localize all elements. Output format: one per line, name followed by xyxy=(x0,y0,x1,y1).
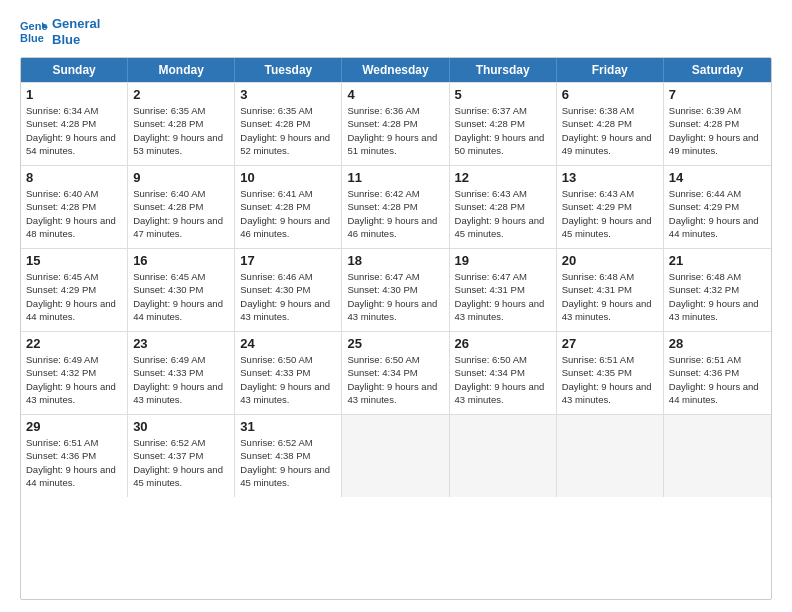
day-number: 10 xyxy=(240,170,336,185)
day-number: 16 xyxy=(133,253,229,268)
day-cell-20: 20 Sunrise: 6:48 AMSunset: 4:31 PMDaylig… xyxy=(557,249,664,331)
empty-cell xyxy=(450,415,557,497)
day-info: Sunrise: 6:44 AMSunset: 4:29 PMDaylight:… xyxy=(669,187,766,240)
day-info: Sunrise: 6:34 AMSunset: 4:28 PMDaylight:… xyxy=(26,104,122,157)
day-cell-25: 25 Sunrise: 6:50 AMSunset: 4:34 PMDaylig… xyxy=(342,332,449,414)
day-info: Sunrise: 6:39 AMSunset: 4:28 PMDaylight:… xyxy=(669,104,766,157)
day-cell-7: 7 Sunrise: 6:39 AMSunset: 4:28 PMDayligh… xyxy=(664,83,771,165)
day-number: 14 xyxy=(669,170,766,185)
day-number: 9 xyxy=(133,170,229,185)
svg-text:Blue: Blue xyxy=(20,32,44,44)
day-info: Sunrise: 6:35 AMSunset: 4:28 PMDaylight:… xyxy=(133,104,229,157)
day-info: Sunrise: 6:43 AMSunset: 4:29 PMDaylight:… xyxy=(562,187,658,240)
day-info: Sunrise: 6:52 AMSunset: 4:38 PMDaylight:… xyxy=(240,436,336,489)
day-info: Sunrise: 6:50 AMSunset: 4:34 PMDaylight:… xyxy=(347,353,443,406)
day-cell-4: 4 Sunrise: 6:36 AMSunset: 4:28 PMDayligh… xyxy=(342,83,449,165)
day-cell-21: 21 Sunrise: 6:48 AMSunset: 4:32 PMDaylig… xyxy=(664,249,771,331)
day-info: Sunrise: 6:49 AMSunset: 4:32 PMDaylight:… xyxy=(26,353,122,406)
day-cell-13: 13 Sunrise: 6:43 AMSunset: 4:29 PMDaylig… xyxy=(557,166,664,248)
weekday-header-thursday: Thursday xyxy=(450,58,557,82)
calendar-week-3: 15 Sunrise: 6:45 AMSunset: 4:29 PMDaylig… xyxy=(21,248,771,331)
day-info: Sunrise: 6:37 AMSunset: 4:28 PMDaylight:… xyxy=(455,104,551,157)
day-cell-24: 24 Sunrise: 6:50 AMSunset: 4:33 PMDaylig… xyxy=(235,332,342,414)
weekday-header-monday: Monday xyxy=(128,58,235,82)
day-info: Sunrise: 6:47 AMSunset: 4:30 PMDaylight:… xyxy=(347,270,443,323)
day-number: 22 xyxy=(26,336,122,351)
day-number: 24 xyxy=(240,336,336,351)
day-number: 13 xyxy=(562,170,658,185)
day-cell-26: 26 Sunrise: 6:50 AMSunset: 4:34 PMDaylig… xyxy=(450,332,557,414)
day-info: Sunrise: 6:51 AMSunset: 4:35 PMDaylight:… xyxy=(562,353,658,406)
day-number: 12 xyxy=(455,170,551,185)
day-info: Sunrise: 6:40 AMSunset: 4:28 PMDaylight:… xyxy=(26,187,122,240)
day-number: 8 xyxy=(26,170,122,185)
day-cell-12: 12 Sunrise: 6:43 AMSunset: 4:28 PMDaylig… xyxy=(450,166,557,248)
day-number: 6 xyxy=(562,87,658,102)
day-number: 4 xyxy=(347,87,443,102)
day-cell-22: 22 Sunrise: 6:49 AMSunset: 4:32 PMDaylig… xyxy=(21,332,128,414)
day-info: Sunrise: 6:41 AMSunset: 4:28 PMDaylight:… xyxy=(240,187,336,240)
logo: General Blue General Blue xyxy=(20,16,100,47)
day-number: 18 xyxy=(347,253,443,268)
day-info: Sunrise: 6:46 AMSunset: 4:30 PMDaylight:… xyxy=(240,270,336,323)
day-cell-30: 30 Sunrise: 6:52 AMSunset: 4:37 PMDaylig… xyxy=(128,415,235,497)
day-info: Sunrise: 6:35 AMSunset: 4:28 PMDaylight:… xyxy=(240,104,336,157)
day-info: Sunrise: 6:48 AMSunset: 4:32 PMDaylight:… xyxy=(669,270,766,323)
empty-cell xyxy=(342,415,449,497)
empty-cell xyxy=(557,415,664,497)
day-number: 23 xyxy=(133,336,229,351)
day-info: Sunrise: 6:50 AMSunset: 4:34 PMDaylight:… xyxy=(455,353,551,406)
calendar-week-1: 1 Sunrise: 6:34 AMSunset: 4:28 PMDayligh… xyxy=(21,82,771,165)
day-number: 11 xyxy=(347,170,443,185)
weekday-header-sunday: Sunday xyxy=(21,58,128,82)
day-number: 28 xyxy=(669,336,766,351)
day-info: Sunrise: 6:43 AMSunset: 4:28 PMDaylight:… xyxy=(455,187,551,240)
calendar-body: 1 Sunrise: 6:34 AMSunset: 4:28 PMDayligh… xyxy=(21,82,771,497)
day-cell-5: 5 Sunrise: 6:37 AMSunset: 4:28 PMDayligh… xyxy=(450,83,557,165)
day-cell-31: 31 Sunrise: 6:52 AMSunset: 4:38 PMDaylig… xyxy=(235,415,342,497)
day-cell-29: 29 Sunrise: 6:51 AMSunset: 4:36 PMDaylig… xyxy=(21,415,128,497)
day-number: 5 xyxy=(455,87,551,102)
day-number: 30 xyxy=(133,419,229,434)
day-info: Sunrise: 6:47 AMSunset: 4:31 PMDaylight:… xyxy=(455,270,551,323)
day-cell-19: 19 Sunrise: 6:47 AMSunset: 4:31 PMDaylig… xyxy=(450,249,557,331)
day-info: Sunrise: 6:48 AMSunset: 4:31 PMDaylight:… xyxy=(562,270,658,323)
day-cell-15: 15 Sunrise: 6:45 AMSunset: 4:29 PMDaylig… xyxy=(21,249,128,331)
day-number: 3 xyxy=(240,87,336,102)
day-number: 20 xyxy=(562,253,658,268)
day-info: Sunrise: 6:36 AMSunset: 4:28 PMDaylight:… xyxy=(347,104,443,157)
day-cell-14: 14 Sunrise: 6:44 AMSunset: 4:29 PMDaylig… xyxy=(664,166,771,248)
calendar: SundayMondayTuesdayWednesdayThursdayFrid… xyxy=(20,57,772,600)
weekday-header-wednesday: Wednesday xyxy=(342,58,449,82)
logo-icon: General Blue xyxy=(20,18,48,46)
day-info: Sunrise: 6:45 AMSunset: 4:29 PMDaylight:… xyxy=(26,270,122,323)
day-number: 21 xyxy=(669,253,766,268)
header: General Blue General Blue xyxy=(20,16,772,47)
day-number: 7 xyxy=(669,87,766,102)
day-cell-11: 11 Sunrise: 6:42 AMSunset: 4:28 PMDaylig… xyxy=(342,166,449,248)
calendar-header: SundayMondayTuesdayWednesdayThursdayFrid… xyxy=(21,58,771,82)
calendar-week-5: 29 Sunrise: 6:51 AMSunset: 4:36 PMDaylig… xyxy=(21,414,771,497)
day-cell-2: 2 Sunrise: 6:35 AMSunset: 4:28 PMDayligh… xyxy=(128,83,235,165)
day-cell-3: 3 Sunrise: 6:35 AMSunset: 4:28 PMDayligh… xyxy=(235,83,342,165)
day-cell-9: 9 Sunrise: 6:40 AMSunset: 4:28 PMDayligh… xyxy=(128,166,235,248)
weekday-header-tuesday: Tuesday xyxy=(235,58,342,82)
day-number: 15 xyxy=(26,253,122,268)
day-info: Sunrise: 6:52 AMSunset: 4:37 PMDaylight:… xyxy=(133,436,229,489)
day-info: Sunrise: 6:40 AMSunset: 4:28 PMDaylight:… xyxy=(133,187,229,240)
day-number: 2 xyxy=(133,87,229,102)
day-cell-23: 23 Sunrise: 6:49 AMSunset: 4:33 PMDaylig… xyxy=(128,332,235,414)
empty-cell xyxy=(664,415,771,497)
day-info: Sunrise: 6:50 AMSunset: 4:33 PMDaylight:… xyxy=(240,353,336,406)
day-info: Sunrise: 6:38 AMSunset: 4:28 PMDaylight:… xyxy=(562,104,658,157)
day-number: 27 xyxy=(562,336,658,351)
day-info: Sunrise: 6:51 AMSunset: 4:36 PMDaylight:… xyxy=(669,353,766,406)
day-number: 25 xyxy=(347,336,443,351)
calendar-week-4: 22 Sunrise: 6:49 AMSunset: 4:32 PMDaylig… xyxy=(21,331,771,414)
day-info: Sunrise: 6:42 AMSunset: 4:28 PMDaylight:… xyxy=(347,187,443,240)
day-cell-1: 1 Sunrise: 6:34 AMSunset: 4:28 PMDayligh… xyxy=(21,83,128,165)
day-number: 31 xyxy=(240,419,336,434)
page: General Blue General Blue SundayMondayTu… xyxy=(0,0,792,612)
day-cell-18: 18 Sunrise: 6:47 AMSunset: 4:30 PMDaylig… xyxy=(342,249,449,331)
day-cell-16: 16 Sunrise: 6:45 AMSunset: 4:30 PMDaylig… xyxy=(128,249,235,331)
